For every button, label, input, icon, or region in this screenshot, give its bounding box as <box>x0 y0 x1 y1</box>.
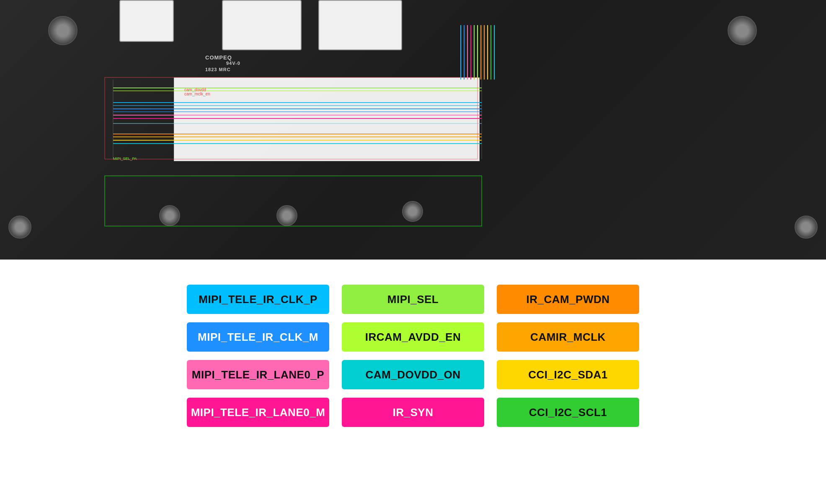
screw-hole-center-right <box>402 201 423 222</box>
legend-ircam-avdd-en: IRCAM_AVDD_EN <box>342 322 484 352</box>
signal-highlight-area <box>174 77 480 161</box>
legend-ir-cam-pwdn: IR_CAM_PWDN <box>497 285 639 314</box>
screw-hole-center-left <box>159 205 180 226</box>
pcb-cutout-top-center-right <box>318 0 402 50</box>
compeq-label: COMPEQ <box>205 54 232 61</box>
legend-row-2: MIPI_TELE_IR_CLK_M IRCAM_AVDD_EN CAMIR_M… <box>42 322 784 352</box>
pcb-cutout-top-left <box>119 0 174 42</box>
legend-cci-i2c-sda1: CCI_I2C_SDA1 <box>497 360 639 389</box>
legend-mipi-tele-ir-clk-p: MIPI_TELE_IR_CLK_P <box>187 285 329 314</box>
screw-hole-bottom-right <box>795 216 818 239</box>
legend-cci-i2c-scl1: CCI_I2C_SCL1 <box>497 398 639 427</box>
screw-hole-top-right <box>728 16 757 45</box>
pcb-board-image: COMPEQ 94V-0 1823 MRC 9 - 4 <box>0 0 826 260</box>
pcb-cutout-top-center-left <box>222 0 302 50</box>
screw-hole-bottom-left <box>8 216 31 239</box>
legend-mipi-tele-ir-lane0-m: MIPI_TELE_IR_LANE0_M <box>187 398 329 427</box>
screw-hole-center <box>276 205 297 226</box>
legend-row-1: MIPI_TELE_IR_CLK_P MIPI_SEL IR_CAM_PWDN <box>42 285 784 314</box>
board-spec: 94V-0 <box>226 61 240 66</box>
legend-ir-syn: IR_SYN <box>342 398 484 427</box>
legend-row-4: MIPI_TELE_IR_LANE0_M IR_SYN CCI_I2C_SCL1 <box>42 398 784 427</box>
board-id: 1823 MRC <box>205 67 231 72</box>
legend-mipi-tele-ir-lane0-p: MIPI_TELE_IR_LANE0_P <box>187 360 329 389</box>
legend-mipi-tele-ir-clk-m: MIPI_TELE_IR_CLK_M <box>187 322 329 352</box>
legend-mipi-sel: MIPI_SEL <box>342 285 484 314</box>
legend-row-3: MIPI_TELE_IR_LANE0_P CAM_DOVDD_ON CCI_I2… <box>42 360 784 389</box>
screw-hole-top-left <box>48 16 77 45</box>
legend-camir-mclk: CAMIR_MCLK <box>497 322 639 352</box>
legend-area: MIPI_TELE_IR_CLK_P MIPI_SEL IR_CAM_PWDN … <box>0 260 826 452</box>
legend-cam-dovdd-on: CAM_DOVDD_ON <box>342 360 484 389</box>
